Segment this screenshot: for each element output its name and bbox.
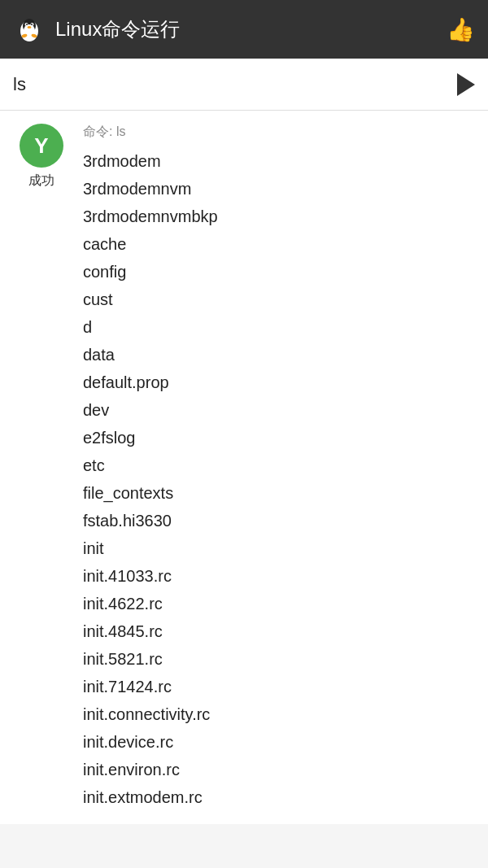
list-item: 3rdmodemnvm [83, 175, 488, 203]
list-item: init.device.rc [83, 728, 488, 756]
list-item: default.prop [83, 369, 488, 396]
like-icon: 👍 [447, 16, 475, 43]
avatar: Y [20, 124, 63, 168]
list-item: dev [83, 396, 488, 424]
svg-point-5 [26, 24, 28, 25]
output-area: Y 成功 命令: ls 3rdmodem3rdmodemnvm3rdmodemn… [0, 111, 488, 824]
list-item: init.4622.rc [83, 590, 488, 617]
like-button[interactable]: 👍 [447, 16, 475, 43]
list-item: d [83, 313, 488, 341]
list-item: cache [83, 230, 488, 258]
list-item: 3rdmodemnvmbkp [83, 203, 488, 230]
command-input[interactable] [13, 74, 457, 95]
command-input-bar [0, 59, 488, 111]
list-item: data [83, 341, 488, 369]
avatar-section: Y 成功 [13, 124, 70, 811]
list-item: config [83, 258, 488, 286]
list-item: init.4845.rc [83, 617, 488, 645]
list-item: init [83, 534, 488, 562]
list-item: init.connectivity.rc [83, 700, 488, 728]
app-title: Linux命令运行 [55, 16, 180, 42]
list-item: init.extmodem.rc [83, 783, 488, 811]
command-label: 命令: ls [83, 124, 488, 141]
list-item: fstab.hi3630 [83, 507, 488, 534]
command-output: 命令: ls 3rdmodem3rdmodemnvm3rdmodemnvmbkp… [83, 124, 488, 811]
svg-point-7 [28, 26, 32, 28]
send-arrow-icon [457, 73, 475, 96]
list-item: init.environ.rc [83, 756, 488, 783]
list-item: 3rdmodem [83, 147, 488, 175]
app-header: Linux命令运行 👍 [0, 0, 488, 59]
list-item: init.5821.rc [83, 645, 488, 673]
send-button[interactable] [457, 73, 475, 96]
header-left: Linux命令运行 [13, 13, 180, 46]
linux-icon [13, 13, 46, 46]
list-item: cust [83, 286, 488, 313]
status-text: 成功 [28, 172, 54, 190]
list-item: etc [83, 451, 488, 479]
list-item: file_contexts [83, 479, 488, 507]
list-item: e2fslog [83, 424, 488, 451]
file-list: 3rdmodem3rdmodemnvm3rdmodemnvmbkpcacheco… [83, 147, 488, 811]
svg-point-6 [31, 24, 33, 25]
list-item: init.71424.rc [83, 673, 488, 700]
list-item: init.41033.rc [83, 562, 488, 590]
